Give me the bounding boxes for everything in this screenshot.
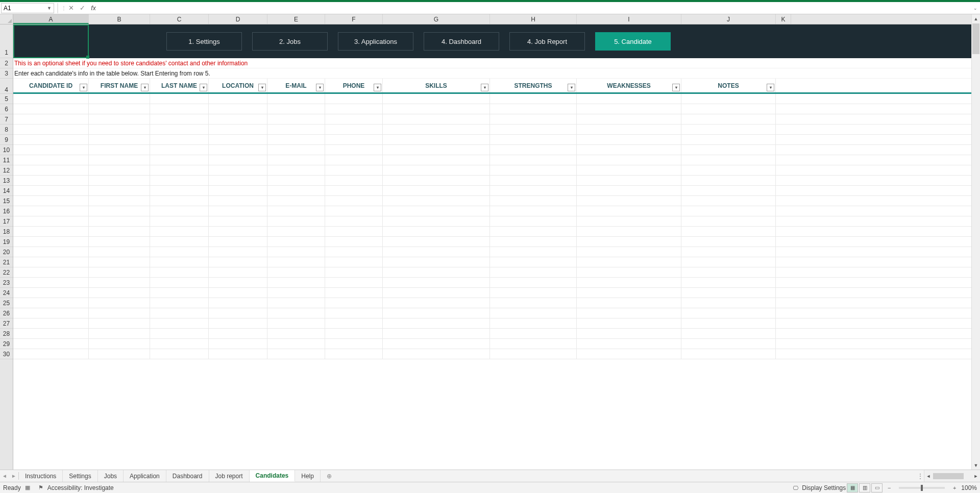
table-cell[interactable] — [150, 288, 209, 298]
table-cell[interactable] — [325, 267, 383, 277]
row-header-10[interactable]: 10 — [0, 145, 13, 155]
column-header-J[interactable]: J — [681, 14, 776, 24]
vscroll-thumb[interactable] — [972, 23, 979, 54]
zoom-thumb[interactable] — [921, 485, 923, 491]
table-cell[interactable] — [681, 155, 776, 165]
expand-formula-bar-icon[interactable]: ⌄ — [971, 6, 980, 11]
row-header-16[interactable]: 16 — [0, 206, 13, 216]
table-cell[interactable] — [13, 196, 89, 206]
table-cell[interactable] — [383, 237, 490, 246]
table-cell[interactable] — [13, 308, 89, 318]
table-cell[interactable] — [209, 155, 267, 165]
table-cell[interactable] — [681, 165, 776, 175]
table-cell[interactable] — [267, 206, 325, 216]
table-header-cell[interactable]: PHONE▾ — [325, 79, 383, 92]
table-cell[interactable] — [209, 196, 267, 206]
accessibility-status[interactable]: Accessibility: Investigate — [47, 484, 114, 491]
table-cell[interactable] — [490, 267, 577, 277]
table-cell[interactable] — [209, 257, 267, 267]
table-cell[interactable] — [267, 155, 325, 165]
table-cell[interactable] — [383, 186, 490, 195]
table-cell[interactable] — [577, 267, 681, 277]
row-header-9[interactable]: 9 — [0, 135, 13, 145]
table-cell[interactable] — [150, 227, 209, 236]
hscroll-track[interactable] — [933, 473, 972, 480]
table-cell[interactable] — [325, 288, 383, 298]
table-cell[interactable] — [681, 94, 776, 104]
table-cell[interactable] — [681, 104, 776, 114]
filter-dropdown-icon[interactable]: ▾ — [481, 84, 488, 91]
row-header-20[interactable]: 20 — [0, 247, 13, 257]
table-cell[interactable] — [681, 227, 776, 236]
nav-button[interactable]: 5. Candidate — [595, 32, 671, 51]
column-header-G[interactable]: G — [383, 14, 490, 24]
column-header-D[interactable]: D — [209, 14, 267, 24]
table-cell[interactable] — [267, 94, 325, 104]
table-cell[interactable] — [383, 227, 490, 236]
table-cell[interactable] — [13, 227, 89, 236]
table-cell[interactable] — [13, 349, 89, 359]
table-cell[interactable] — [577, 227, 681, 236]
table-cell[interactable] — [89, 94, 150, 104]
table-cell[interactable] — [89, 349, 150, 359]
table-cell[interactable] — [267, 186, 325, 195]
row-header-13[interactable]: 13 — [0, 176, 13, 186]
table-cell[interactable] — [89, 329, 150, 338]
table-cell[interactable] — [325, 227, 383, 236]
table-cell[interactable] — [150, 165, 209, 175]
tabs-resize-handle-icon[interactable]: ⋮ — [917, 470, 924, 482]
table-cell[interactable] — [490, 298, 577, 308]
table-cell[interactable] — [383, 288, 490, 298]
table-cell[interactable] — [13, 176, 89, 185]
row-header-8[interactable]: 8 — [0, 125, 13, 135]
table-cell[interactable] — [13, 298, 89, 308]
table-cell[interactable] — [325, 339, 383, 349]
table-cell[interactable] — [150, 114, 209, 124]
table-cell[interactable] — [13, 155, 89, 165]
table-cell[interactable] — [577, 318, 681, 328]
table-cell[interactable] — [490, 186, 577, 195]
table-cell[interactable] — [89, 125, 150, 134]
sheet-tab[interactable]: Job report — [209, 470, 250, 482]
table-cell[interactable] — [150, 155, 209, 165]
display-settings-label[interactable]: Display Settings — [802, 484, 846, 491]
sheet-tab[interactable]: Dashboard — [166, 470, 209, 482]
table-cell[interactable] — [577, 237, 681, 246]
table-cell[interactable] — [267, 339, 325, 349]
table-cell[interactable] — [325, 135, 383, 144]
table-cell[interactable] — [89, 135, 150, 144]
table-cell[interactable] — [577, 349, 681, 359]
nav-button[interactable]: 3. Applications — [338, 32, 413, 51]
table-cell[interactable] — [681, 329, 776, 338]
table-cell[interactable] — [577, 339, 681, 349]
table-cell[interactable] — [577, 176, 681, 185]
row-header-1[interactable]: 1 — [0, 24, 13, 58]
table-cell[interactable] — [13, 318, 89, 328]
column-header-E[interactable]: E — [267, 14, 325, 24]
table-cell[interactable] — [383, 298, 490, 308]
table-cell[interactable] — [325, 125, 383, 134]
row-header-27[interactable]: 27 — [0, 318, 13, 329]
table-cell[interactable] — [490, 155, 577, 165]
row-header-26[interactable]: 26 — [0, 308, 13, 318]
table-cell[interactable] — [267, 318, 325, 328]
table-cell[interactable] — [383, 247, 490, 257]
table-header-cell[interactable]: E-MAIL▾ — [267, 79, 325, 92]
table-cell[interactable] — [490, 227, 577, 236]
table-cell[interactable] — [325, 237, 383, 246]
table-cell[interactable] — [150, 349, 209, 359]
table-cell[interactable] — [577, 196, 681, 206]
table-cell[interactable] — [681, 114, 776, 124]
table-cell[interactable] — [577, 329, 681, 338]
table-cell[interactable] — [13, 288, 89, 298]
table-cell[interactable] — [209, 114, 267, 124]
nav-button[interactable]: 2. Jobs — [252, 32, 328, 51]
table-cell[interactable] — [89, 339, 150, 349]
table-cell[interactable] — [325, 318, 383, 328]
table-header-cell[interactable]: STRENGTHS▾ — [490, 79, 577, 92]
table-cell[interactable] — [267, 308, 325, 318]
scroll-left-icon[interactable]: ◄ — [924, 474, 933, 479]
table-cell[interactable] — [89, 216, 150, 226]
table-cell[interactable] — [490, 288, 577, 298]
table-cell[interactable] — [490, 278, 577, 287]
